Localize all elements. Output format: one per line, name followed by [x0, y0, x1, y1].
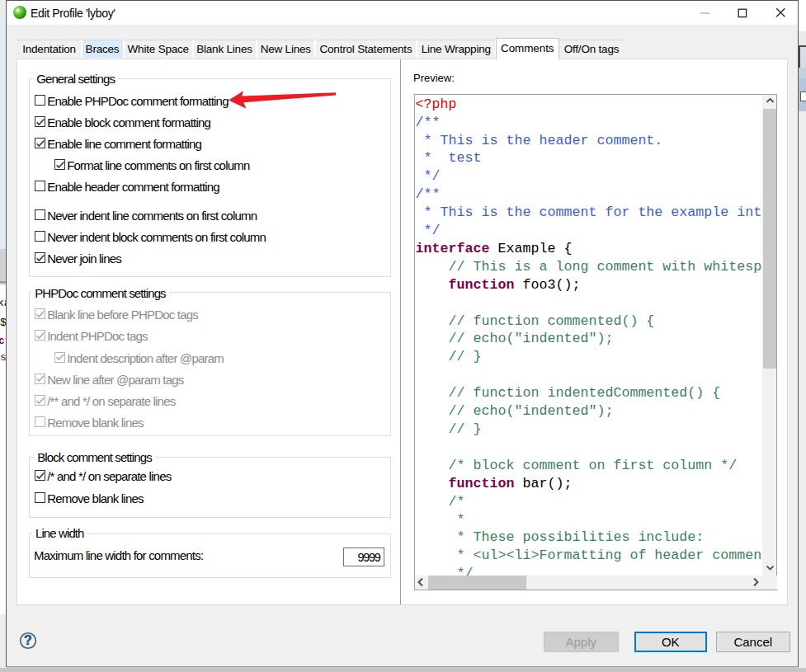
svg-text:?: ? [24, 633, 32, 647]
